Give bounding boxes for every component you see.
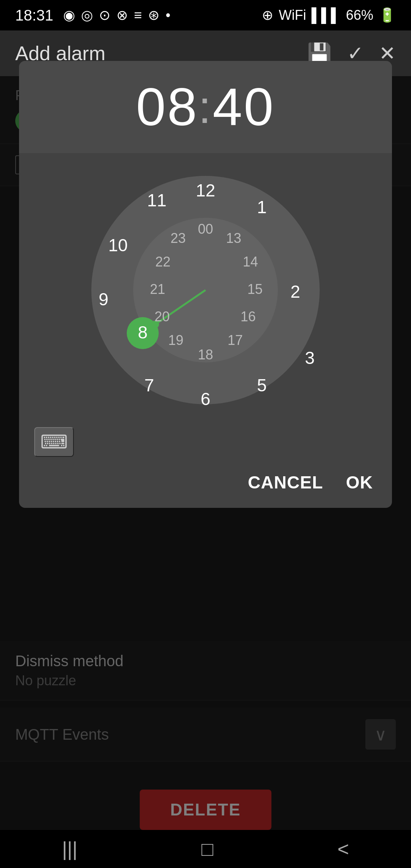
clock-face[interactable]: 8 12 1 2 3 4 5 6 7 9 [84, 168, 327, 412]
svg-text:9: 9 [99, 289, 108, 309]
status-time: 18:31 [15, 7, 53, 24]
svg-text:19: 19 [168, 332, 183, 348]
app-icon-1: ⊙ [99, 7, 110, 23]
ok-button[interactable]: OK [346, 472, 373, 493]
back-button[interactable]: < [338, 838, 349, 860]
time-picker-dialog: 08:40 8 12 [19, 61, 392, 508]
location-icon: ⊕ [262, 7, 273, 23]
signal-icon: ▌▌▌ [311, 7, 341, 23]
clock-face-area: 8 12 1 2 3 4 5 6 7 9 [19, 153, 392, 420]
status-bar: 18:31 ◉ ◎ ⊙ ⊗ ≡ ⊛ • ⊕ WiFi ▌▌▌ 66% 🔋 [0, 0, 411, 30]
svg-text:18: 18 [198, 347, 213, 362]
svg-text:3: 3 [305, 348, 315, 368]
svg-text:15: 15 [247, 281, 263, 297]
hour-display[interactable]: 08 [136, 77, 199, 137]
keyboard-icon-row: ⌨ [19, 420, 392, 464]
svg-text:23: 23 [170, 230, 186, 246]
status-left: 18:31 ◉ ◎ ⊙ ⊗ ≡ ⊛ • [15, 7, 170, 24]
svg-text:10: 10 [108, 235, 127, 255]
svg-text:5: 5 [257, 375, 267, 395]
dialog-actions: CANCEL OK [19, 464, 392, 508]
svg-text:1: 1 [257, 197, 267, 217]
svg-text:11: 11 [147, 190, 166, 210]
svg-text:21: 21 [150, 281, 165, 297]
svg-text:7: 7 [144, 375, 154, 395]
telegram-icon: ◉ [63, 7, 75, 23]
discord-icon: ◎ [81, 7, 93, 23]
minute-display[interactable]: 40 [213, 77, 275, 137]
svg-text:14: 14 [243, 254, 258, 270]
svg-text:17: 17 [228, 332, 243, 348]
svg-text:4: 4 [296, 411, 306, 412]
app-icon-3: ≡ [134, 7, 142, 23]
battery-percent: 66% [346, 7, 373, 23]
svg-text:20: 20 [155, 309, 170, 324]
svg-text:6: 6 [201, 389, 210, 409]
wifi-icon: WiFi [279, 7, 306, 23]
home-button[interactable]: □ [201, 838, 213, 860]
cancel-button[interactable]: CANCEL [248, 472, 323, 493]
svg-text:13: 13 [226, 230, 241, 246]
time-display: 08:40 [19, 61, 392, 153]
dot-icon: • [166, 7, 170, 23]
battery-icon: 🔋 [379, 7, 396, 23]
clock-svg: 8 12 1 2 3 4 5 6 7 9 [84, 168, 327, 412]
keyboard-toggle-button[interactable]: ⌨ [34, 427, 74, 457]
nav-bar: ||| □ < [0, 830, 411, 868]
svg-text:00: 00 [198, 221, 213, 237]
svg-text:22: 22 [155, 254, 170, 270]
svg-text:2: 2 [290, 282, 300, 302]
recent-apps-button[interactable]: ||| [62, 838, 78, 860]
svg-text:8: 8 [138, 322, 148, 342]
app-icon-2: ⊗ [116, 7, 128, 23]
status-right: ⊕ WiFi ▌▌▌ 66% 🔋 [262, 7, 396, 23]
svg-text:12: 12 [196, 180, 215, 200]
colon-display: : [198, 81, 212, 132]
app-icon-4: ⊛ [148, 7, 159, 23]
svg-text:16: 16 [241, 309, 256, 324]
